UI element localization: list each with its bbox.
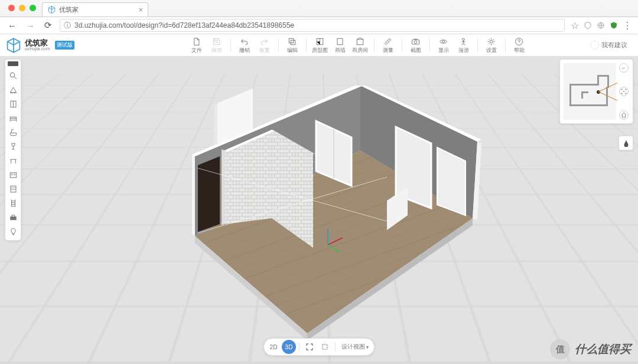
chevron-down-icon: ▾ — [366, 345, 369, 350]
toolbar-wall-button[interactable]: 画墙 — [330, 36, 350, 54]
bed-icon — [9, 114, 18, 123]
stove-tool[interactable] — [6, 168, 20, 182]
forward-button[interactable]: → — [24, 21, 37, 31]
help-icon — [515, 36, 523, 47]
url-field[interactable]: ⓘ 3d.uzhujia.com/tool/design?id=6d728ef1… — [60, 19, 565, 32]
star-icon[interactable]: ☆ — [571, 20, 579, 31]
toolbox-tool[interactable] — [6, 210, 20, 224]
toolbar-save-button[interactable]: 保存 — [207, 36, 227, 54]
toolbar-setting-button[interactable]: 设置 — [481, 36, 502, 54]
minimap-controls: − — [619, 63, 629, 120]
tab-bar: 优筑家 × — [0, 0, 638, 17]
home-button[interactable] — [619, 110, 629, 120]
drag-handle-icon[interactable] — [8, 61, 18, 66]
close-icon[interactable]: × — [138, 5, 143, 14]
wall-seg-tool[interactable] — [6, 83, 20, 97]
ladder-tool[interactable] — [6, 196, 20, 210]
toolbar-label: 设置 — [486, 47, 497, 54]
plan-icon — [315, 36, 324, 47]
toolbar-file-button[interactable]: 文件 — [187, 36, 207, 54]
feedback-button[interactable]: 我有建议 — [585, 38, 632, 52]
camera-icon — [411, 36, 420, 47]
fit-button[interactable] — [318, 340, 332, 354]
feedback-label: 我有建议 — [601, 41, 627, 50]
svg-point-54 — [623, 91, 624, 92]
bath-tool[interactable] — [6, 125, 20, 139]
maximize-window-icon[interactable] — [30, 5, 36, 11]
toolbar-label: 显示 — [438, 47, 449, 54]
wall-icon — [336, 36, 344, 47]
room-3d-model — [154, 86, 490, 339]
measure-icon — [383, 36, 392, 47]
view-label: 设计视图 — [341, 343, 365, 351]
browser-tab[interactable]: 优筑家 × — [42, 2, 148, 17]
save-icon — [212, 36, 221, 47]
toolbar-undo-button[interactable]: 撤销 — [235, 36, 255, 54]
person-icon — [459, 36, 468, 47]
reload-button[interactable]: ⟳ — [43, 20, 54, 31]
logo-sub: uzhujia.com — [25, 47, 50, 51]
canvas-3d-view[interactable]: − 2D 3D 设计视图 ▾ 值 什么值得买 — [0, 56, 638, 364]
app-logo[interactable]: 优筑家 uzhujia.com 测试版 — [6, 38, 187, 53]
svg-marker-35 — [198, 156, 220, 232]
watermark: 值 什么值得买 — [550, 339, 631, 359]
toolbar-edit-button[interactable]: 编辑 — [282, 36, 302, 54]
edit-icon — [288, 36, 297, 47]
svg-point-8 — [442, 40, 445, 42]
camera-indicator-icon — [597, 90, 600, 94]
mode-2d-button[interactable]: 2D — [266, 340, 281, 354]
minimap-view[interactable] — [564, 63, 616, 120]
close-window-icon[interactable] — [8, 5, 15, 11]
svg-marker-32 — [222, 149, 224, 225]
smile-icon — [590, 41, 599, 50]
view-dropdown[interactable]: 设计视图 ▾ — [338, 340, 372, 354]
view-mode-bar: 2D 3D 设计视图 ▾ — [263, 338, 375, 356]
shield-outline-icon[interactable] — [584, 21, 592, 29]
table-tool[interactable] — [6, 153, 20, 168]
toolbar-roam-button[interactable]: 漫游 — [454, 36, 474, 54]
svg-rect-5 — [357, 39, 363, 44]
shield-icon[interactable] — [610, 21, 618, 29]
collapse-button[interactable]: − — [619, 63, 629, 73]
mode-3d-button[interactable]: 3D — [282, 340, 296, 354]
bath-icon — [9, 128, 18, 137]
table-icon — [9, 156, 18, 165]
toolbar-label: 画房间 — [352, 47, 368, 54]
redo-icon — [260, 36, 269, 47]
menu-icon[interactable]: ⋮ — [623, 20, 632, 31]
window-controls[interactable] — [5, 0, 42, 11]
dropper-tool[interactable] — [619, 136, 633, 150]
address-bar: ← → ⟳ ⓘ 3d.uzhujia.com/tool/design?id=6d… — [0, 17, 638, 34]
window-blind-icon — [9, 185, 18, 194]
toolbar-label: 漫游 — [458, 47, 469, 54]
svg-point-7 — [414, 41, 417, 44]
ladder-icon — [9, 199, 18, 208]
locate-button[interactable] — [619, 87, 629, 96]
toolbar-label: 撤销 — [239, 47, 250, 54]
toolbar-measure-button[interactable]: 测量 — [378, 36, 398, 54]
door-icon — [9, 100, 18, 109]
bed-tool[interactable] — [6, 111, 20, 125]
globe-icon[interactable] — [597, 21, 605, 29]
fullscreen-button[interactable] — [302, 340, 317, 354]
toolbar-redo-button[interactable]: 恢复 — [255, 36, 275, 54]
toolbar-room-button[interactable]: 画房间 — [350, 36, 370, 54]
toolbar-help-button[interactable]: 帮助 — [509, 36, 529, 54]
svg-rect-4 — [337, 38, 343, 45]
toolbar-label: 截图 — [411, 47, 421, 54]
toolbar-label: 房型图 — [312, 47, 328, 54]
search-tool[interactable] — [6, 68, 20, 83]
door-tool[interactable] — [6, 97, 20, 111]
window-blind-tool[interactable] — [6, 182, 20, 196]
toolbar-label: 帮助 — [514, 47, 525, 54]
toolbar-plan-button[interactable]: 房型图 — [310, 36, 330, 54]
lamp-tool[interactable] — [6, 139, 20, 153]
cube-icon — [6, 38, 21, 53]
minimize-window-icon[interactable] — [19, 5, 25, 11]
svg-marker-37 — [214, 103, 217, 146]
back-button[interactable]: ← — [6, 21, 18, 31]
toolbar-snap-button[interactable]: 截图 — [406, 36, 426, 54]
site-info-icon[interactable]: ⓘ — [64, 21, 71, 31]
toolbar-show-button[interactable]: 显示 — [434, 36, 454, 54]
bulb-tool[interactable] — [6, 224, 20, 238]
